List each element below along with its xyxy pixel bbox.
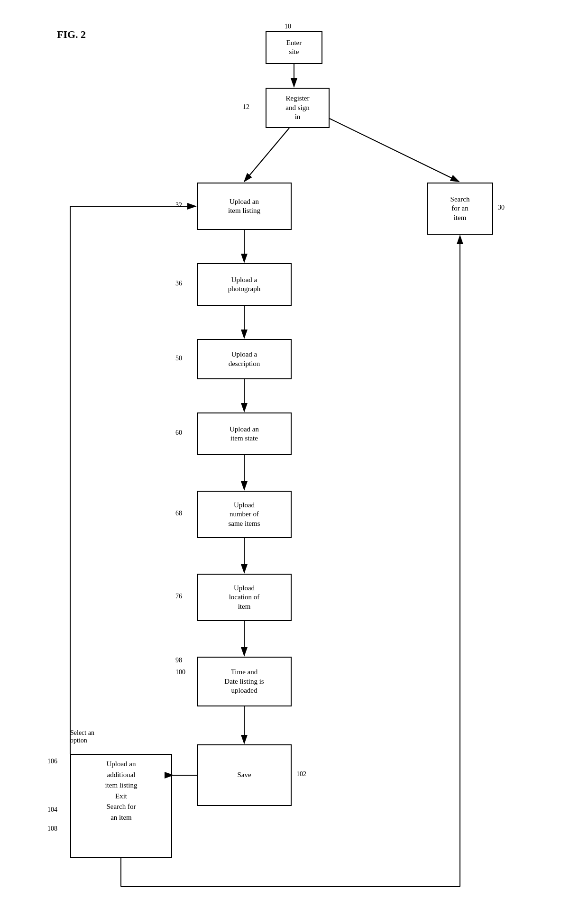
time-date-box: Time and Date listing is uploaded xyxy=(197,657,292,706)
save-box: Save xyxy=(197,744,292,806)
ref-100: 100 xyxy=(175,669,185,676)
upload-photo-box: Upload a photograph xyxy=(197,263,292,306)
ref-36: 36 xyxy=(175,280,182,287)
ref-60: 60 xyxy=(175,429,182,437)
options-box: Upload an additional item listing Exit S… xyxy=(70,754,172,858)
upload-desc-box: Upload a description xyxy=(197,339,292,379)
ref-104: 104 xyxy=(47,806,57,814)
enter-site-box: Enter site xyxy=(266,31,322,64)
page: FIG. 2 Enter site 10 Register and sign i… xyxy=(0,0,588,907)
search-item-box: Search for an item xyxy=(427,183,493,235)
ref-10: 10 xyxy=(285,23,291,30)
ref-12: 12 xyxy=(243,103,249,111)
svg-line-3 xyxy=(244,128,289,182)
upload-location-box: Upload location of item xyxy=(197,574,292,621)
upload-number-box: Upload number of same items xyxy=(197,491,292,538)
ref-68: 68 xyxy=(175,510,182,517)
ref-50: 50 xyxy=(175,355,182,362)
register-box: Register and sign in xyxy=(266,88,330,128)
upload-listing-box: Upload an item listing xyxy=(197,183,292,230)
ref-108: 108 xyxy=(47,825,57,833)
figure-label: FIG. 2 xyxy=(57,28,86,41)
select-option-caption: Select anoption xyxy=(70,729,94,744)
upload-state-box: Upload an item state xyxy=(197,412,292,455)
ref-102: 102 xyxy=(296,770,306,778)
ref-30: 30 xyxy=(498,204,505,211)
ref-32: 32 xyxy=(175,202,182,209)
ref-76: 76 xyxy=(175,593,182,600)
ref-106: 106 xyxy=(47,758,57,765)
svg-line-4 xyxy=(330,119,459,182)
ref-98: 98 xyxy=(175,657,182,664)
